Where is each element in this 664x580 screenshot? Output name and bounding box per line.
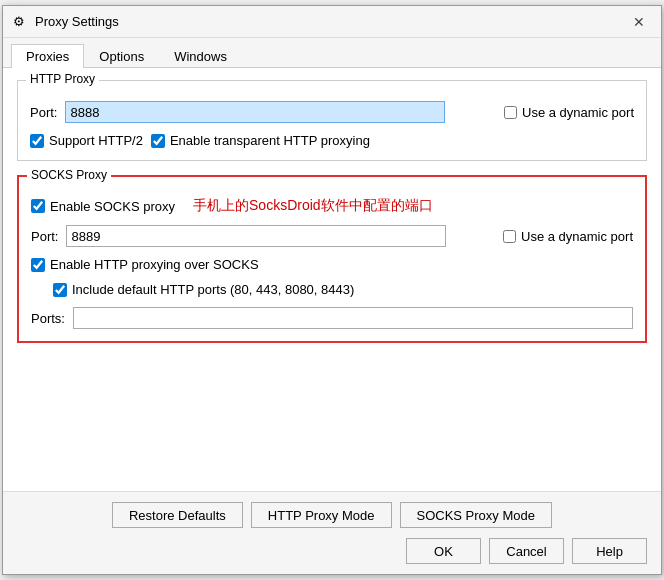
close-button[interactable]: ✕ (627, 10, 651, 34)
footer: Restore Defaults HTTP Proxy Mode SOCKS P… (3, 491, 661, 574)
http-dynamic-port-checkbox[interactable] (504, 106, 517, 119)
support-http2-checkbox[interactable] (30, 134, 44, 148)
http-dynamic-port-label[interactable]: Use a dynamic port (522, 105, 634, 120)
include-default-ports-row: Include default HTTP ports (80, 443, 808… (53, 282, 633, 297)
socks-dynamic-port-checkbox[interactable] (503, 230, 516, 243)
include-default-ports-checkbox[interactable] (53, 283, 67, 297)
enable-http-over-socks-label[interactable]: Enable HTTP proxying over SOCKS (31, 257, 259, 272)
http-port-label: Port: (30, 105, 57, 120)
socks-ports-label: Ports: (31, 311, 65, 326)
titlebar-left: ⚙ Proxy Settings (13, 14, 119, 30)
http-proxy-mode-button[interactable]: HTTP Proxy Mode (251, 502, 392, 528)
http-port-input[interactable] (65, 101, 445, 123)
restore-defaults-button[interactable]: Restore Defaults (112, 502, 243, 528)
support-http2-label[interactable]: Support HTTP/2 (30, 133, 143, 148)
window-title: Proxy Settings (35, 14, 119, 29)
socks-port-input[interactable] (66, 225, 446, 247)
tab-bar: Proxies Options Windows (3, 38, 661, 68)
enable-socks-checkbox[interactable] (31, 199, 45, 213)
footer-bottom: OK Cancel Help (17, 538, 647, 564)
main-content: HTTP Proxy Port: Use a dynamic port Supp… (3, 68, 661, 491)
tab-windows[interactable]: Windows (159, 44, 242, 68)
cancel-button[interactable]: Cancel (489, 538, 564, 564)
http-proxy-group: HTTP Proxy Port: Use a dynamic port Supp… (17, 80, 647, 161)
tab-proxies[interactable]: Proxies (11, 44, 84, 68)
enable-transparent-label[interactable]: Enable transparent HTTP proxying (151, 133, 370, 148)
window-icon: ⚙ (13, 14, 29, 30)
enable-transparent-checkbox[interactable] (151, 134, 165, 148)
footer-top: Restore Defaults HTTP Proxy Mode SOCKS P… (17, 502, 647, 528)
http-dynamic-port-container: Use a dynamic port (504, 105, 634, 120)
proxy-settings-window: ⚙ Proxy Settings ✕ Proxies Options Windo… (2, 5, 662, 575)
support-http2-text: Support HTTP/2 (49, 133, 143, 148)
socks-ports-input[interactable] (73, 307, 633, 329)
socks-proxy-group-label: SOCKS Proxy (27, 168, 111, 182)
enable-http-over-socks-checkbox[interactable] (31, 258, 45, 272)
socks-ports-row: Ports: (31, 307, 633, 329)
socks-dynamic-port-label[interactable]: Use a dynamic port (521, 229, 633, 244)
socks-proxy-mode-button[interactable]: SOCKS Proxy Mode (400, 502, 553, 528)
titlebar: ⚙ Proxy Settings ✕ (3, 6, 661, 38)
socks-annotation: 手机上的SocksDroid软件中配置的端口 (193, 197, 433, 215)
help-button[interactable]: Help (572, 538, 647, 564)
enable-http-over-socks-text: Enable HTTP proxying over SOCKS (50, 257, 259, 272)
socks-port-row: Port: Use a dynamic port (31, 225, 633, 247)
include-default-ports-label[interactable]: Include default HTTP ports (80, 443, 808… (53, 282, 354, 297)
http-proxy-port-row: Port: Use a dynamic port (30, 101, 634, 123)
http-options-row: Support HTTP/2 Enable transparent HTTP p… (30, 133, 634, 148)
include-default-ports-text: Include default HTTP ports (80, 443, 808… (72, 282, 354, 297)
tab-options[interactable]: Options (84, 44, 159, 68)
socks-dynamic-port-container: Use a dynamic port (503, 229, 633, 244)
socks-port-label: Port: (31, 229, 58, 244)
ok-button[interactable]: OK (406, 538, 481, 564)
enable-socks-text: Enable SOCKS proxy (50, 199, 175, 214)
socks-enable-row: Enable SOCKS proxy 手机上的SocksDroid软件中配置的端… (31, 197, 633, 215)
enable-http-over-socks-row: Enable HTTP proxying over SOCKS (31, 257, 633, 272)
http-proxy-group-label: HTTP Proxy (26, 72, 99, 86)
socks-proxy-group: SOCKS Proxy Enable SOCKS proxy 手机上的Socks… (17, 175, 647, 343)
enable-transparent-text: Enable transparent HTTP proxying (170, 133, 370, 148)
enable-socks-label[interactable]: Enable SOCKS proxy (31, 199, 175, 214)
